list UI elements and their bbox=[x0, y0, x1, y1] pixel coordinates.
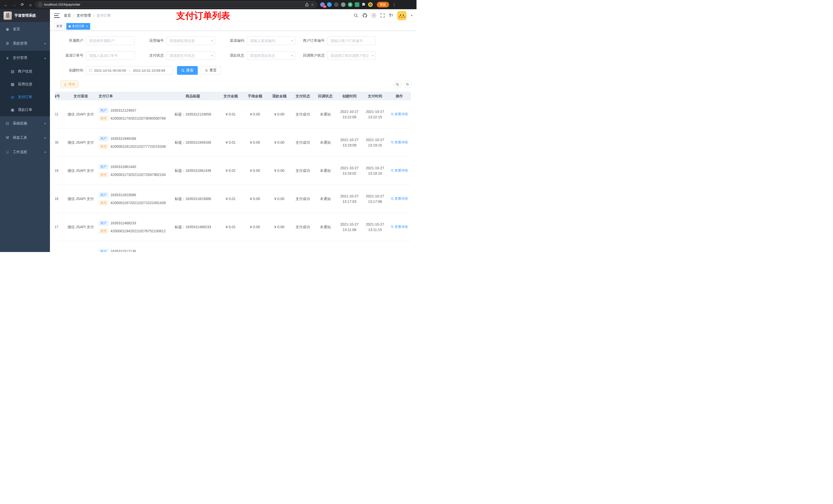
table-row[interactable]: 19 微信 JSAPI 支付 商户1635311881440 支付4200001… bbox=[55, 157, 411, 185]
browser-menu-icon[interactable]: ⋮ bbox=[392, 2, 397, 7]
view-detail-link[interactable]: 查看详情 bbox=[391, 224, 408, 230]
extension-icon-4[interactable] bbox=[341, 2, 346, 7]
table-row[interactable]: 商户1635311517136 支付 bbox=[55, 241, 411, 252]
created-date: 2021-10-27 bbox=[340, 110, 359, 114]
breadcrumb-current: 支付订单 bbox=[97, 13, 111, 18]
channel-order-no: 4200001174202110278060590766 bbox=[111, 116, 166, 121]
pay-status-select[interactable] bbox=[166, 51, 215, 60]
notify-status: 未通知 bbox=[314, 112, 337, 117]
merchant-order-no: 1635311823086 bbox=[111, 192, 136, 198]
fullscreen-icon[interactable] bbox=[380, 13, 385, 18]
extension-icon-6[interactable] bbox=[355, 2, 359, 7]
font-size-icon[interactable]: TT bbox=[389, 13, 393, 18]
view-detail-link[interactable]: 查看详情 bbox=[391, 112, 408, 117]
chrome-update-button[interactable]: 更新 bbox=[377, 2, 389, 7]
filter-label: 支付状态 bbox=[141, 53, 166, 58]
pay-amount: ¥ 0.01 bbox=[218, 196, 243, 201]
merchant-order-no: 1635311468233 bbox=[111, 220, 136, 226]
filter-label: 回调商户状态 bbox=[302, 53, 327, 58]
reset-button[interactable]: ↻ 重置 bbox=[201, 66, 221, 75]
fee-amount: ¥ 0.00 bbox=[243, 224, 267, 230]
col-notify: 回调状态 bbox=[314, 94, 337, 99]
paid-date: 2021-10-27 bbox=[366, 166, 384, 170]
refund-amount: ¥ 0.00 bbox=[267, 196, 291, 201]
search-icon[interactable] bbox=[354, 13, 358, 18]
table-row[interactable]: 20 微信 JSAPI 支付 商户1635311949168 支付4200001… bbox=[55, 128, 411, 157]
profile-avatar-icon[interactable]: 😄 bbox=[368, 2, 373, 7]
sidebar-item-payment[interactable]: ¥ 支付管理 ▴ bbox=[0, 51, 50, 65]
sidebar-toggle-icon[interactable] bbox=[54, 13, 60, 18]
forward-button[interactable]: → bbox=[11, 1, 18, 8]
sidebar-item-system[interactable]: ⚙ 系统管理 ▾ bbox=[0, 37, 50, 51]
sidebar-item-app-info[interactable]: ▦ 应用信息 bbox=[0, 78, 50, 91]
notify-status: 未通知 bbox=[314, 196, 337, 201]
address-bar[interactable]: i localhost:1024/pay/order ☆ bbox=[35, 1, 317, 8]
extension-icon-1[interactable]: 10 bbox=[320, 2, 325, 7]
breadcrumb-home[interactable]: 首页 bbox=[64, 13, 71, 18]
reload-button[interactable]: ⟳ bbox=[19, 1, 26, 8]
extensions-area: 10 V 😄 bbox=[319, 2, 374, 7]
sidebar-item-pay-order[interactable]: ◎ 支付订单 bbox=[0, 91, 50, 103]
bookmark-star-icon[interactable]: ☆ bbox=[311, 3, 314, 7]
view-detail-link[interactable]: 查看详情 bbox=[391, 168, 408, 173]
export-button[interactable]: 导出 bbox=[60, 80, 79, 88]
sidebar-item-refund-order[interactable]: ▣ 退款订单 bbox=[0, 103, 50, 116]
extension-icon-2[interactable] bbox=[327, 2, 332, 7]
tags-view-bar: 首页 支付订单 × bbox=[50, 22, 416, 31]
close-icon[interactable]: × bbox=[86, 25, 88, 28]
avatar-caret-icon[interactable]: ▾ bbox=[411, 14, 412, 17]
notify-status: 未通知 bbox=[314, 224, 337, 230]
created-date: 2021-10-27 bbox=[340, 138, 359, 142]
back-button[interactable]: ← bbox=[3, 1, 9, 8]
col-refund: 退款金额 bbox=[267, 94, 291, 99]
table-row[interactable]: 18 微信 JSAPI 支付 商户1635311823086 支付4200001… bbox=[55, 185, 411, 213]
merchant-select[interactable] bbox=[86, 37, 135, 45]
share-icon[interactable] bbox=[305, 3, 309, 6]
extension-icon-3[interactable] bbox=[334, 2, 339, 7]
pay-status: 支付成功 bbox=[291, 196, 314, 201]
home-button[interactable]: ⌂ bbox=[27, 1, 34, 8]
extensions-puzzle-icon[interactable] bbox=[362, 3, 366, 7]
vue-devtools-icon[interactable]: V bbox=[348, 2, 353, 7]
breadcrumb-section[interactable]: 支付管理 bbox=[77, 13, 91, 18]
user-avatar[interactable] bbox=[397, 11, 406, 20]
channel-code-input[interactable] bbox=[247, 37, 295, 45]
sidebar-item-infrastructure[interactable]: ⊡ 基础设施 ▾ bbox=[0, 116, 50, 130]
col-status: 支付状态 bbox=[291, 94, 314, 99]
table-row[interactable]: 21 微信 JSAPI 支付 商户1635312124657 支付4200001… bbox=[55, 100, 411, 128]
notify-status-select[interactable] bbox=[327, 51, 376, 60]
date-range-picker[interactable]: 2021-10-01 00:00:00 - 2021-10-31 23:59:5… bbox=[86, 66, 173, 75]
merchant-order-input[interactable] bbox=[327, 37, 376, 45]
pay-order-cell: 商户1635311881440 支付4200001173202110272847… bbox=[96, 164, 167, 177]
url-text[interactable]: localhost:1024/pay/order bbox=[44, 3, 303, 6]
tab-pay-order[interactable]: 支付订单 × bbox=[66, 23, 90, 30]
help-icon[interactable]: ? bbox=[372, 13, 376, 18]
table-search-toggle-icon[interactable] bbox=[394, 80, 401, 88]
table-refresh-icon[interactable]: ↻ bbox=[404, 80, 411, 88]
sidebar-item-label: 支付管理 bbox=[13, 55, 27, 60]
view-detail-link[interactable]: 查看详情 bbox=[391, 196, 408, 201]
sidebar-item-workflow[interactable]: ⌺ 工作流程 ▾ bbox=[0, 145, 50, 159]
search-icon bbox=[391, 113, 394, 116]
view-detail-link[interactable]: 查看详情 bbox=[391, 140, 408, 145]
search-button[interactable]: 搜索 bbox=[177, 66, 198, 75]
github-icon[interactable] bbox=[362, 13, 367, 18]
pay-channel: 微信 JSAPI 支付 bbox=[65, 112, 96, 117]
tab-home[interactable]: 首页 bbox=[54, 23, 65, 30]
card-icon: ▤ bbox=[10, 69, 15, 74]
merchant-tag: 商户 bbox=[99, 220, 109, 225]
notify-status: 未通知 bbox=[314, 168, 337, 173]
channel-order-input[interactable] bbox=[86, 51, 135, 60]
table-row[interactable]: 17 微信 JSAPI 支付 商户1635311468233 支付4200001… bbox=[55, 213, 411, 241]
clock-icon bbox=[89, 69, 92, 72]
sidebar-logo[interactable]: 芋道管理系统 bbox=[0, 9, 50, 22]
created-time: 13:11:08 bbox=[342, 228, 356, 232]
col-amount: 支付金额 bbox=[218, 94, 243, 99]
sidebar-item-label: 首页 bbox=[13, 27, 20, 31]
sidebar-item-merchant-info[interactable]: ▤ 商户信息 bbox=[0, 65, 50, 78]
sidebar-item-home[interactable]: ◉ 首页 bbox=[0, 22, 50, 37]
app-select[interactable] bbox=[166, 37, 215, 45]
site-info-icon[interactable]: i bbox=[39, 3, 42, 6]
sidebar-item-dev-tools[interactable]: ⚒ 研发工具 ▾ bbox=[0, 130, 50, 145]
refund-status-select[interactable] bbox=[247, 51, 295, 60]
